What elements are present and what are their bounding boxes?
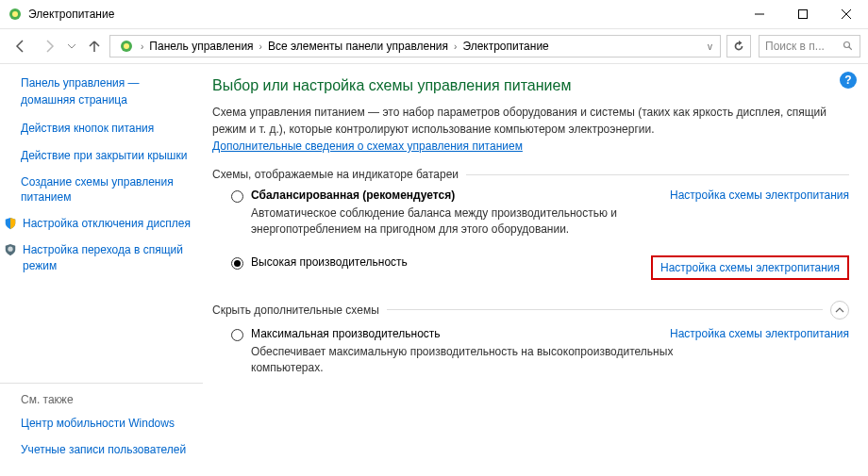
navbar: › Панель управления › Все элементы панел… [0,28,868,64]
back-button[interactable] [8,33,34,59]
plan-desc: Автоматическое соблюдение баланса между … [251,205,704,238]
sidebar-home-link[interactable]: домашняя страница [21,92,193,107]
plan-balanced: Сбалансированная (рекомендуется) Настрой… [212,189,849,238]
sidebar-item-display-off[interactable]: Настройка отключения дисплея [23,216,191,231]
configure-plan-link-highlighted[interactable]: Настройка схемы электропитания [651,255,849,280]
plan-desc: Обеспечивает максимальную производительн… [251,344,704,377]
forward-button[interactable] [36,33,62,59]
divider [387,309,823,310]
window-title: Электропитание [28,8,738,21]
up-button[interactable] [81,33,108,59]
sidebar-item-create-plan[interactable]: Создание схемы управления питанием [21,174,193,205]
titlebar: Электропитание [0,0,868,28]
power-icon [8,7,23,22]
page-title: Выбор или настройка схемы управления пит… [212,77,849,94]
configure-plan-link[interactable]: Настройка схемы электропитания [670,189,849,202]
breadcrumb-item[interactable]: Панель управления [145,40,257,53]
chevron-right-icon: › [454,41,457,52]
radio-high-performance[interactable] [231,257,243,270]
maximize-button[interactable] [781,0,825,28]
recent-dropdown[interactable] [64,33,79,59]
divider [0,383,203,384]
power-icon [118,38,135,55]
sidebar-item-mobility-center[interactable]: Центр мобильности Windows [21,416,193,431]
search-placeholder: Поиск в п... [765,40,843,53]
more-info-link[interactable]: Дополнительные сведения о схемах управле… [212,140,523,153]
breadcrumb[interactable]: › Панель управления › Все элементы панел… [109,35,721,57]
breadcrumb-item[interactable]: Электропитание [459,40,552,53]
sidebar-item-power-buttons[interactable]: Действия кнопок питания [21,121,193,136]
sidebar-home-link[interactable]: Панель управления — [21,75,193,90]
search-input[interactable]: Поиск в п... [759,35,860,57]
svg-point-10 [8,247,12,252]
shield-icon [4,217,17,230]
close-button[interactable] [825,0,868,28]
chevron-right-icon: › [259,41,262,52]
divider [466,174,849,175]
svg-point-7 [124,43,129,49]
see-also-label: См. также [21,393,193,406]
shield-icon [4,243,17,256]
refresh-button[interactable] [726,35,751,57]
breadcrumb-item[interactable]: Все элементы панели управления [264,40,452,53]
configure-plan-link[interactable]: Настройка схемы электропитания [670,327,849,340]
chevron-right-icon: › [141,41,143,52]
help-button[interactable]: ? [840,72,857,89]
minimize-button[interactable] [738,0,781,28]
sidebar: Панель управления — домашняя страница Де… [0,64,203,476]
section-label-battery: Схемы, отображаемые на индикаторе батаре… [212,168,459,181]
plan-name: Высокая производительность [251,255,651,269]
page-description: Схема управления питанием — это набор па… [212,104,849,138]
plan-name: Сбалансированная (рекомендуется) [251,189,670,202]
section-label-hidden: Скрыть дополнительные схемы [212,304,379,317]
plan-high-performance: Высокая производительность Настройка схе… [212,255,849,280]
svg-line-9 [849,47,852,50]
collapse-button[interactable] [830,301,849,320]
main-panel: ? Выбор или настройка схемы управления п… [203,64,868,476]
svg-point-1 [12,11,18,17]
search-icon [843,41,854,52]
radio-max-performance[interactable] [231,329,243,341]
sidebar-item-lid-close[interactable]: Действие при закрытии крышки [21,148,193,163]
sidebar-item-user-accounts[interactable]: Учетные записи пользователей [21,442,193,457]
plan-max-performance: Максимальная производительность Настройк… [212,327,849,377]
svg-rect-3 [799,10,808,19]
chevron-down-icon[interactable]: v [708,41,716,52]
sidebar-item-sleep[interactable]: Настройка перехода в спящий режим [23,242,193,272]
svg-point-8 [844,42,850,48]
plan-name: Максимальная производительность [251,327,670,340]
radio-balanced[interactable] [231,190,243,203]
content: Панель управления — домашняя страница Де… [0,64,868,476]
